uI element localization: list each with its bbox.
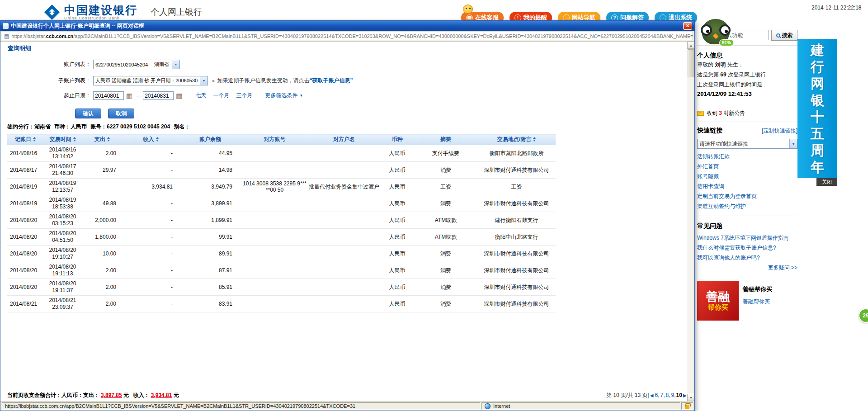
- cell-counter-name: [308, 195, 380, 212]
- cell-summary: ATM取款: [414, 212, 477, 229]
- banner-char: 网: [811, 75, 824, 92]
- banner-char: 周: [811, 142, 824, 159]
- table-body: 2014/08/16 2014/08/1613:14:02 2.00 - 44.…: [7, 145, 556, 312]
- search-button[interactable]: 搜索: [771, 30, 797, 41]
- dialog-titlebar[interactable]: 中国建设银行个人网上银行-账户明细查询 -- 网页对话框 ×: [0, 21, 694, 31]
- quick-range-link[interactable]: 一个月: [213, 92, 229, 99]
- personal-info-section: 个人信息 尊敬的 刘明 先生： 这是您第 69 次登录网上银行 上次登录网上银行…: [697, 52, 797, 97]
- quick-link[interactable]: 外汇首页: [697, 161, 797, 171]
- scroll-down-button[interactable]: ▼: [687, 394, 694, 401]
- chevron-down-icon: ▼: [200, 76, 208, 85]
- more-questions-link[interactable]: 更多疑问 >>: [697, 263, 797, 273]
- scroll-up-button[interactable]: ▲: [687, 42, 694, 49]
- page-number-link[interactable]: 9,: [671, 392, 676, 398]
- transaction-row: 2014/08/20 2014/08/2019:10:27 10.00 - 89…: [7, 246, 556, 262]
- cell-out: 29.97: [82, 162, 123, 179]
- cancel-button[interactable]: 取消: [108, 109, 134, 118]
- faq-link[interactable]: Windows 7系统环境下网银盾操作指南: [697, 233, 797, 243]
- quick-range-link[interactable]: 三个月: [236, 92, 252, 99]
- greeting-line: 尊敬的 刘明 先生：: [697, 60, 797, 70]
- column-header[interactable]: 收入: [123, 134, 179, 145]
- cell-counter-account: [241, 145, 308, 162]
- cell-out: 1,800.00: [82, 229, 123, 246]
- cell-currency: 人民币: [380, 195, 414, 212]
- faq-link[interactable]: 我可以查询他人的账户吗?: [697, 253, 797, 263]
- last-login-label: 上次登录网上银行的时间是：: [697, 80, 797, 90]
- shanrong-ad-image[interactable]: 善融 帮你买: [697, 281, 739, 321]
- banner-close-button[interactable]: 关闭: [816, 178, 837, 186]
- refresh-subaccount-link[interactable]: “获取子账户信息”: [310, 77, 353, 85]
- column-header[interactable]: 对方账号: [241, 134, 308, 145]
- cell-time: 2014/08/2019:11:13: [43, 262, 82, 279]
- cell-in: -: [123, 195, 179, 212]
- chat-count-badge[interactable]: 29: [859, 308, 868, 323]
- page-number-link[interactable]: 7,: [660, 392, 665, 398]
- column-header[interactable]: 摘要: [414, 134, 477, 145]
- banner-char: 年: [811, 159, 824, 175]
- datetime: 2014-12-11 22:22:18: [811, 5, 862, 11]
- column-header[interactable]: 记账日: [7, 134, 43, 145]
- cell-summary: 消费: [414, 195, 477, 212]
- column-header[interactable]: 账户余额: [179, 134, 241, 145]
- scroll-thumb[interactable]: [688, 49, 694, 77]
- right-panel: 搜索 个人信息 尊敬的 刘明 先生： 这是您第 69 次登录网上银行 上次登录网…: [697, 29, 797, 321]
- account-select[interactable]: 6227002951020045204 湖南省 ▼: [93, 60, 180, 69]
- dialog-close-button[interactable]: ×: [683, 22, 692, 30]
- end-date-input[interactable]: [143, 91, 174, 100]
- cell-counter-account: [241, 229, 308, 246]
- anniversary-banner[interactable]: 建行网银十五周年: [797, 39, 837, 178]
- column-header[interactable]: 交易地点/附言: [477, 134, 556, 145]
- cell-place: 深圳市财付通科技有限公司: [477, 246, 556, 262]
- more-filters-link[interactable]: 更多筛选条件 ▼: [265, 92, 303, 99]
- quick-link[interactable]: 账号隐藏: [697, 171, 797, 181]
- page-icon: ▤: [4, 33, 9, 39]
- page-number-link[interactable]: 8,: [666, 392, 670, 398]
- cell-summary: 工资: [414, 179, 477, 195]
- total-in-amount: 3,934.81: [151, 392, 172, 398]
- account-info-pair: 签约分行：湖南省: [7, 123, 51, 130]
- pagination: 第 10 页/共 13 页[◀6,7,8,9,10▶]: [606, 392, 689, 399]
- column-header[interactable]: 币种: [380, 134, 414, 145]
- column-header[interactable]: 交易时间: [43, 134, 82, 145]
- prev-page-button[interactable]: ◀: [650, 393, 654, 398]
- ccb-logo-mark: [43, 4, 61, 21]
- chick-mascot-icon: [463, 5, 473, 14]
- shanrong-ad-title: 善融帮你买: [743, 285, 772, 293]
- next-page-button[interactable]: ▶: [683, 393, 687, 398]
- quick-link[interactable]: 渠道互动签约与维护: [697, 201, 797, 211]
- cell-in: -: [123, 229, 179, 246]
- login-count: 69: [720, 71, 726, 78]
- cell-counter-account: [241, 296, 308, 312]
- page-number-link[interactable]: 6,: [655, 392, 660, 398]
- customize-quick-links-link[interactable]: [定制快速链接]: [762, 127, 797, 135]
- dialog-address-bar: ▤ https://ibsbjstar.ccb.com.cn/app/B2CMa…: [0, 31, 694, 42]
- shanrong-link[interactable]: 善融帮你买: [743, 298, 770, 305]
- column-header[interactable]: 对方户名: [308, 134, 380, 145]
- column-header[interactable]: 支出: [82, 134, 123, 145]
- calendar-icon[interactable]: ▦: [126, 92, 132, 99]
- date-range-row: 起止日期： ▦ — ▦ 七天一个月三个月 更多筛选条件 ▼: [0, 91, 303, 100]
- sort-icon: [107, 137, 110, 142]
- quick-range-links: 七天一个月三个月: [195, 92, 252, 99]
- subaccount-select[interactable]: 人民币 活期储蓄 活期 钞 开户日期：20060530 ▼: [93, 76, 208, 85]
- calendar-icon[interactable]: ▦: [176, 92, 182, 99]
- cell-balance: 83.91: [179, 296, 241, 312]
- quick-link[interactable]: 活期转账汇款: [697, 151, 797, 161]
- cell-currency: 人民币: [380, 229, 414, 246]
- internet-zone-icon: [485, 403, 491, 409]
- cell-summary: 支付手续费: [414, 145, 477, 162]
- notice-line[interactable]: 收到 3 封新公告: [697, 109, 797, 117]
- faq-link[interactable]: 我什么时候需要获取子账户信息?: [697, 243, 797, 253]
- confirm-button[interactable]: 确认: [75, 109, 101, 118]
- quick-range-link[interactable]: 七天: [195, 92, 206, 99]
- user-name: 刘明: [715, 61, 726, 68]
- start-date-input[interactable]: [93, 91, 124, 100]
- sort-icon: [533, 137, 536, 142]
- quick-link[interactable]: 信用卡查询: [697, 181, 797, 191]
- quick-link-select[interactable]: 请选择功能快速链接 ▼: [697, 139, 797, 149]
- dialog-scrollbar[interactable]: ▲ ▼: [687, 42, 694, 401]
- transaction-row: 2014/08/20 2014/08/2019:11:37 2.00 - 85.…: [7, 279, 556, 296]
- quick-link[interactable]: 定制当前交易为登录首页: [697, 191, 797, 201]
- cell-counter-account: [241, 262, 308, 279]
- cell-balance: 99.91: [179, 229, 241, 246]
